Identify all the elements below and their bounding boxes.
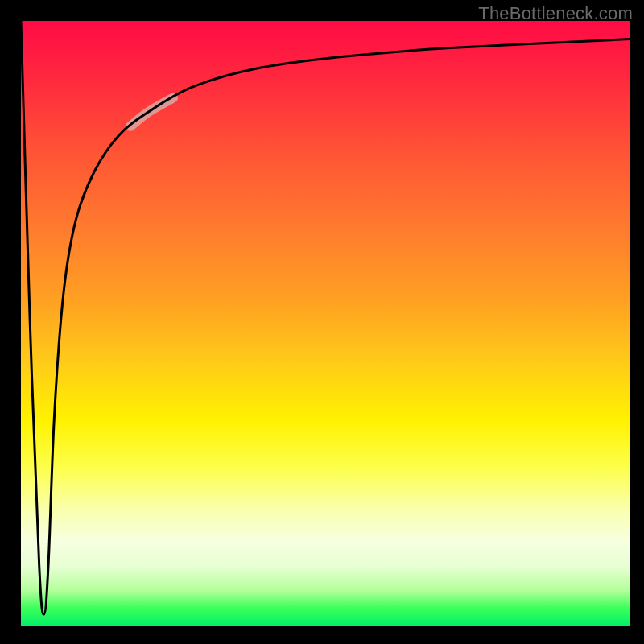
plot-gradient-background [21,21,630,626]
axis-border-left [0,0,21,644]
axis-border-right [630,0,644,644]
axis-border-bottom [0,626,644,644]
chart-frame: TheBottleneck.com [0,0,644,644]
watermark-text: TheBottleneck.com [478,3,633,24]
